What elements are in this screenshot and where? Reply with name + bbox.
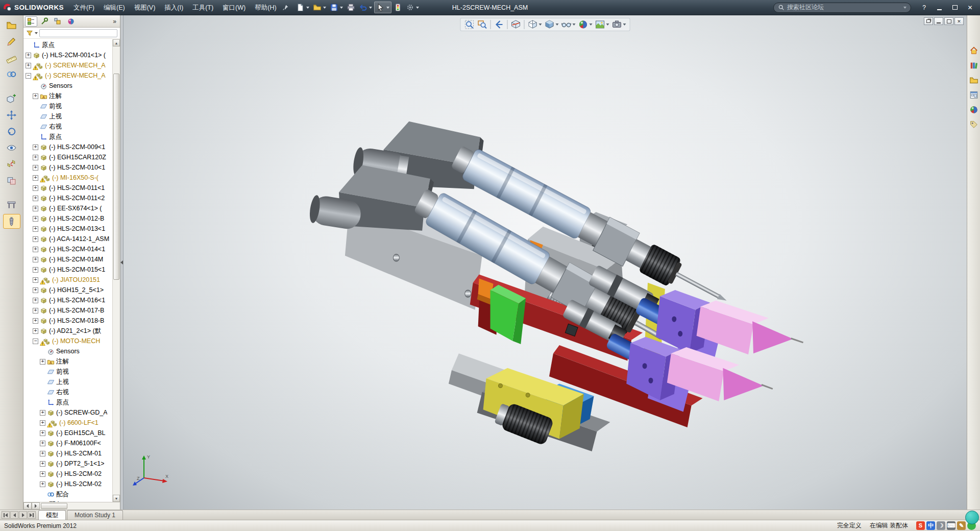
ime-halfmoon-button[interactable]: ☽: [937, 521, 945, 530]
measure-button[interactable]: [3, 198, 20, 212]
displaymanager-tab[interactable]: [65, 16, 77, 27]
configurationmanager-tab[interactable]: [52, 16, 64, 27]
vscroll-down-button[interactable]: ▼: [113, 495, 120, 502]
tree-item[interactable]: 右视: [23, 387, 112, 397]
tab-motion-study[interactable]: Motion Study 1: [67, 510, 123, 520]
doc-close-button[interactable]: ✕: [954, 17, 964, 25]
zoom-fit-button[interactable]: [463, 19, 476, 30]
hide-show-component-button[interactable]: [3, 140, 20, 155]
hscroll-right-button[interactable]: [32, 502, 40, 510]
community-button[interactable]: [965, 511, 979, 524]
next-tab-button[interactable]: [19, 511, 27, 519]
design-library-tab[interactable]: [968, 60, 979, 71]
tree-expander[interactable]: +: [33, 277, 38, 283]
tree-item[interactable]: +(-) HLS-2CM-017-B: [23, 305, 112, 316]
tree-item[interactable]: 右视: [23, 122, 112, 132]
tab-model[interactable]: 模型: [38, 510, 66, 520]
tree-expander[interactable]: +: [33, 165, 38, 171]
vscroll-track[interactable]: [113, 46, 120, 495]
vscroll-up-button[interactable]: ▲: [113, 39, 120, 46]
tree-item[interactable]: Sensors: [23, 81, 112, 91]
ime-keyboard-button[interactable]: ⌨: [947, 521, 955, 530]
tree-expander[interactable]: +: [33, 287, 38, 293]
smart-dimension-button[interactable]: [3, 51, 20, 65]
tree-item[interactable]: −(-) SCREW-MECH_A: [23, 70, 112, 81]
tree-item[interactable]: +(-) HGH15_2_5<1>: [23, 285, 112, 295]
tree-item[interactable]: 原点: [23, 40, 112, 50]
doc-maximize-button[interactable]: [944, 17, 953, 25]
tree-expander[interactable]: −: [26, 73, 31, 79]
tree-expander[interactable]: +: [33, 267, 38, 273]
tree-item[interactable]: +(-) HLS-2CM-011<1: [23, 183, 112, 193]
tree-expander[interactable]: +: [33, 185, 38, 191]
menu-item-3[interactable]: 插入(I): [160, 0, 188, 15]
ime-language-button[interactable]: 中: [926, 521, 935, 530]
menu-item-0[interactable]: 文件(F): [69, 0, 99, 15]
tree-item[interactable]: +(-) HLS-2CM-011<2: [23, 193, 112, 203]
zoom-area-button[interactable]: [476, 19, 488, 30]
tree-item[interactable]: +(-) EE-SX674<1> (: [23, 203, 112, 213]
tree-expander[interactable]: +: [33, 257, 38, 262]
propertymanager-tab[interactable]: [38, 16, 51, 27]
solidworks-resources-tab[interactable]: [968, 45, 979, 56]
tree-item[interactable]: +(-) F-M06100F<: [23, 438, 112, 448]
select-button[interactable]: [374, 2, 391, 13]
tree-item[interactable]: +(-) HLS-2CM-010<1: [23, 162, 112, 173]
tree-item[interactable]: +(-) HLS-2CM-001<1> (: [23, 50, 112, 60]
insert-component-button[interactable]: [3, 91, 20, 106]
tree-item[interactable]: 上视: [23, 111, 112, 122]
maximize-button[interactable]: [948, 3, 962, 13]
appearances-scenes-tab[interactable]: [968, 104, 979, 115]
tree-expander[interactable]: +: [33, 216, 38, 222]
tree-item[interactable]: 前视: [23, 367, 112, 377]
open-document-button[interactable]: [3, 18, 20, 33]
undo-button[interactable]: [357, 2, 374, 13]
tree-item[interactable]: +A注解: [23, 91, 112, 101]
tree-item[interactable]: +(-) SCREW-GD_A: [23, 407, 112, 418]
vscroll-thumb[interactable]: [113, 74, 119, 280]
menu-item-6[interactable]: 帮助(H): [250, 0, 281, 15]
apply-scene-button[interactable]: [594, 19, 610, 30]
tree-vscrollbar[interactable]: ▲ ▼: [112, 39, 120, 502]
menu-item-5[interactable]: 窗口(W): [218, 0, 250, 15]
move-component-button[interactable]: [3, 108, 20, 123]
tree-item[interactable]: +(-) SCREW-MECH_A: [23, 60, 112, 70]
interference-detection-button[interactable]: [3, 173, 20, 188]
tree-filter-input[interactable]: [39, 29, 117, 37]
file-explorer-tab[interactable]: [968, 75, 979, 86]
print-button[interactable]: [345, 2, 357, 13]
exploded-view-button[interactable]: [3, 157, 20, 172]
sketch-button[interactable]: [3, 34, 20, 49]
tree-item[interactable]: +(-) MI-16X50-S-(: [23, 173, 112, 183]
tree-expander[interactable]: +: [40, 461, 45, 467]
ime-sogou-button[interactable]: S: [916, 521, 925, 530]
tree-item[interactable]: 原点: [23, 397, 112, 407]
tree-item[interactable]: +(-) EGH15CAR120Z: [23, 152, 112, 162]
screw-tool-button[interactable]: [3, 214, 20, 229]
tree-item[interactable]: 配合: [23, 489, 112, 499]
edit-appearance-button[interactable]: [577, 19, 594, 30]
search-input[interactable]: 搜索社区论坛: [773, 3, 911, 13]
rotate-component-button[interactable]: [3, 124, 20, 139]
custom-properties-tab[interactable]: [968, 119, 979, 130]
tree-item[interactable]: +(-) ACA-1412-1_ASM: [23, 234, 112, 244]
tree-expander[interactable]: +: [40, 441, 45, 446]
tree-expander[interactable]: +: [40, 481, 45, 487]
tree-expander[interactable]: −: [33, 339, 38, 344]
display-style-button[interactable]: [544, 19, 560, 30]
tree-expander[interactable]: +: [40, 430, 45, 436]
close-button[interactable]: ✕: [963, 3, 977, 13]
mate-button[interactable]: [3, 67, 20, 82]
tree-item[interactable]: +(-) HLS-2CM-014<1: [23, 244, 112, 254]
tree-item[interactable]: +(-) HLS-2CM-013<1: [23, 224, 112, 234]
tree-item[interactable]: +(-) HLS-2CM-012-B: [23, 213, 112, 224]
prev-tab-button[interactable]: [10, 511, 18, 519]
tree-item[interactable]: +A注解: [23, 356, 112, 367]
tree-expander[interactable]: +: [33, 298, 38, 303]
tree-item[interactable]: +(-) DPT2_5-1<1>: [23, 458, 112, 469]
menu-item-2[interactable]: 视图(V): [130, 0, 160, 15]
tree-item[interactable]: +(-) HLS-2CM-014M: [23, 254, 112, 264]
menu-item-4[interactable]: 工具(T): [188, 0, 218, 15]
tree-expander[interactable]: +: [33, 328, 38, 334]
open-button[interactable]: [311, 2, 328, 13]
